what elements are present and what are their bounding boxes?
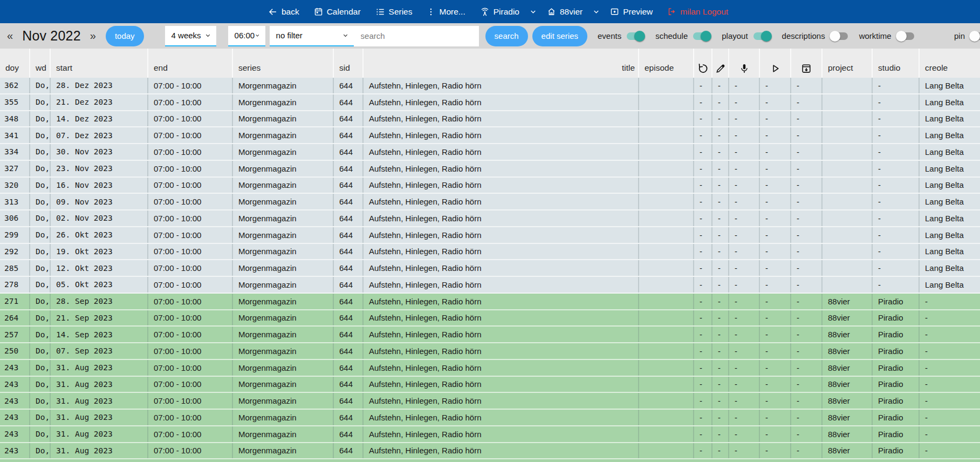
cell-archive: - <box>790 260 821 276</box>
cell-edit: - <box>711 144 728 160</box>
cell-creole: - <box>919 393 980 409</box>
table-row[interactable]: 327Do,23. Nov 202307:00 - 10:00Morgenmag… <box>0 161 980 178</box>
cell-doy: 243 <box>0 443 29 459</box>
today-button[interactable]: today <box>106 26 144 46</box>
cell-wd: Do, <box>29 327 50 342</box>
cell-undo: - <box>693 210 711 226</box>
playout-toggle[interactable] <box>752 31 772 42</box>
cell-wd: Do, <box>29 127 50 143</box>
prev-month-button[interactable]: « <box>5 30 15 42</box>
table-row[interactable]: 341Do,07. Dez 202307:00 - 10:00Morgenmag… <box>0 127 980 144</box>
series-nav-item[interactable]: Series <box>375 7 413 17</box>
cell-studio: - <box>872 144 919 160</box>
channel-dropdown-chevron[interactable] <box>592 8 600 16</box>
more-nav-item[interactable]: More... <box>427 7 465 17</box>
column-header-title: title <box>362 49 638 78</box>
more-dots-icon <box>427 8 435 16</box>
cell-edit: - <box>711 127 728 143</box>
cell-doy: 285 <box>0 260 29 276</box>
cell-undo: - <box>693 194 711 209</box>
toggle-group-schedule: schedule <box>655 31 711 42</box>
edit-series-button[interactable]: edit series <box>532 26 587 46</box>
table-row[interactable]: 243Do,31. Aug 202307:00 - 10:00Morgenmag… <box>0 443 980 460</box>
table-row[interactable]: 264Do,21. Sep 202307:00 - 10:00Morgenmag… <box>0 310 980 327</box>
table-row[interactable]: 278Do,05. Okt 202307:00 - 10:00Morgenmag… <box>0 277 980 294</box>
worktime-toggle[interactable] <box>896 31 915 42</box>
table-row[interactable]: 243Do,31. Aug 202307:00 - 10:00Morgenmag… <box>0 360 980 377</box>
table-row[interactable]: 285Do,12. Okt 202307:00 - 10:00Morgenmag… <box>0 260 980 277</box>
cell-record: - <box>728 426 759 442</box>
cell-title: Aufstehn, Hinlegen, Radio hörn <box>362 161 638 176</box>
table-row[interactable]: 243Do,31. Aug 202307:00 - 10:00Morgenmag… <box>0 377 980 393</box>
table-row-partial[interactable] <box>0 459 980 462</box>
cell-play: - <box>759 194 790 209</box>
cell-series: Morgenmagazin <box>232 111 333 127</box>
table-row[interactable]: 243Do,31. Aug 202307:00 - 10:00Morgenmag… <box>0 410 980 426</box>
cell-undo: - <box>693 161 711 176</box>
table-row[interactable]: 348Do,14. Dez 202307:00 - 10:00Morgenmag… <box>0 111 980 128</box>
pin-toggle[interactable] <box>969 31 980 42</box>
cell-doy: 264 <box>0 310 29 326</box>
cell-doy: 257 <box>0 327 29 342</box>
month-label: Nov 2022 <box>22 28 81 44</box>
table-row[interactable]: 257Do,14. Sep 202307:00 - 10:00Morgenmag… <box>0 327 980 343</box>
range-select[interactable]: 4 weeks <box>165 26 216 46</box>
table-row[interactable]: 271Do,28. Sep 202307:00 - 10:00Morgenmag… <box>0 294 980 310</box>
cell-episode <box>638 178 693 193</box>
events-toggle[interactable] <box>626 31 645 42</box>
search-input[interactable] <box>354 26 479 46</box>
table-row[interactable]: 299Do,26. Okt 202307:00 - 10:00Morgenmag… <box>0 227 980 244</box>
filter-select[interactable]: no filter <box>270 26 354 46</box>
station-nav-item[interactable]: Piradio <box>480 7 519 17</box>
logout-button[interactable]: milan Logout <box>667 7 728 17</box>
channel-nav-item[interactable]: 88vier <box>547 7 582 17</box>
back-button[interactable]: back <box>268 7 299 17</box>
table-row[interactable]: 362Do,28. Dez 202307:00 - 10:00Morgenmag… <box>0 78 980 94</box>
cell-play: - <box>759 327 790 342</box>
cell-creole: - <box>919 343 980 359</box>
column-header-creole: creole <box>919 49 980 78</box>
table-row[interactable]: 292Do,19. Okt 202307:00 - 10:00Morgenmag… <box>0 244 980 261</box>
cell-record: - <box>728 393 759 409</box>
cell-start: 02. Nov 2023 <box>50 210 147 226</box>
cell-archive: - <box>790 244 821 260</box>
schedule-toggle[interactable] <box>692 31 711 42</box>
cell-series: Morgenmagazin <box>232 277 333 293</box>
cell-wd: Do, <box>29 144 50 160</box>
table-row[interactable]: 334Do,30. Nov 202307:00 - 10:00Morgenmag… <box>0 144 980 161</box>
range-select-value: 4 weeks <box>172 31 201 40</box>
table-row[interactable]: 355Do,21. Dez 202307:00 - 10:00Morgenmag… <box>0 94 980 111</box>
search-button[interactable]: search <box>485 26 528 46</box>
preview-nav-item[interactable]: Preview <box>610 7 653 17</box>
cell-archive: - <box>790 360 821 376</box>
table-row[interactable]: 243Do,31. Aug 202307:00 - 10:00Morgenmag… <box>0 393 980 410</box>
descriptions-toggle[interactable] <box>830 31 849 42</box>
cell-record: - <box>728 343 759 359</box>
calendar-nav-item[interactable]: Calendar <box>314 7 361 17</box>
microphone-icon <box>739 63 750 74</box>
time-select[interactable]: 06:00 <box>228 26 265 46</box>
cell-doy: 355 <box>0 94 29 110</box>
cell-undo: - <box>693 360 711 376</box>
station-dropdown-chevron[interactable] <box>529 8 537 16</box>
cell-start: 31. Aug 2023 <box>50 443 147 459</box>
table-row[interactable]: 250Do,07. Sep 202307:00 - 10:00Morgenmag… <box>0 343 980 360</box>
cell-record: - <box>728 277 759 293</box>
toggle-group-descriptions: descriptions <box>782 31 849 42</box>
cell-sid: 644 <box>333 277 362 293</box>
cell-play: - <box>759 244 790 260</box>
cell-studio: - <box>872 260 919 276</box>
table-row[interactable]: 313Do,09. Nov 202307:00 - 10:00Morgenmag… <box>0 194 980 210</box>
cell-end: 07:00 - 10:00 <box>147 144 232 160</box>
table-row[interactable]: 306Do,02. Nov 202307:00 - 10:00Morgenmag… <box>0 210 980 227</box>
cell-end: 07:00 - 10:00 <box>147 227 232 243</box>
cell-studio: Piradio <box>872 327 919 342</box>
table-row[interactable]: 320Do,16. Nov 202307:00 - 10:00Morgenmag… <box>0 178 980 194</box>
table-row[interactable]: 243Do,31. Aug 202307:00 - 10:00Morgenmag… <box>0 426 980 443</box>
cell-title: Aufstehn, Hinlegen, Radio hörn <box>362 343 638 359</box>
next-month-button[interactable]: » <box>88 30 98 42</box>
cell-studio: - <box>872 227 919 243</box>
antenna-icon <box>480 7 490 17</box>
cell-end: 07:00 - 10:00 <box>147 410 232 425</box>
cell-creole: - <box>919 443 980 459</box>
